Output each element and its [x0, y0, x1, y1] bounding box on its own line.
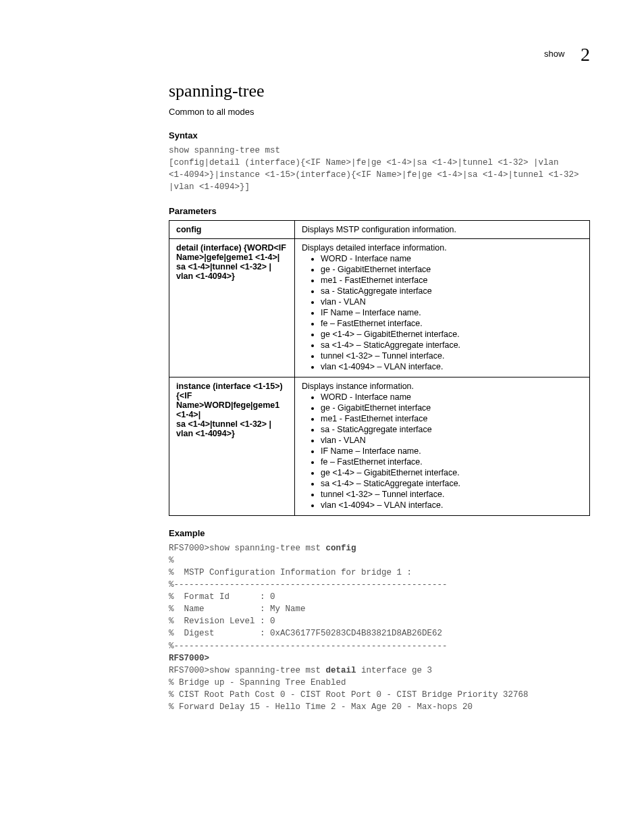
header-label: show — [544, 49, 564, 59]
param-name: detail (interface) {WORD<IF Name>|gefe|g… — [169, 238, 295, 377]
list-item: vlan - VLAN — [321, 436, 583, 445]
param-intro: Displays detailed interface information. — [302, 243, 447, 253]
list-item: WORD - Interface name — [321, 254, 583, 263]
example-line: RFS7000>show spanning-tree mst detail in… — [169, 664, 590, 677]
example-line: % Format Id : 0 — [169, 591, 590, 603]
list-item: me1 - FastEthernet interface — [321, 414, 583, 423]
example-line: % Name : My Name — [169, 603, 590, 615]
example-text: RFS7000>show spanning-tree mst — [169, 544, 326, 553]
example-heading: Example — [169, 528, 590, 538]
example-bold: config — [326, 544, 356, 553]
list-item: ge <1-4> – GigabitEthernet interface. — [321, 468, 583, 477]
list-item: sa - StaticAggregate interface — [321, 286, 583, 296]
table-row: config Displays MSTP configuration infor… — [169, 220, 590, 238]
table-row: instance (interface <1-15>) {<IF Name>WO… — [169, 377, 590, 515]
example-line: % Forward Delay 15 - Hello Time 2 - Max … — [169, 701, 590, 713]
example-line: RFS7000> — [169, 652, 590, 664]
example-line: % Digest : 0xAC36177F50283CD4B83821D8AB2… — [169, 627, 590, 640]
example-text: interface ge 3 — [356, 666, 433, 675]
example-line: % — [169, 554, 590, 567]
param-intro: Displays instance information. — [302, 382, 414, 391]
list-item: tunnel <1-32> – Tunnel interface. — [321, 351, 583, 361]
example-line: % Revision Level : 0 — [169, 615, 590, 627]
example-text: RFS7000>show spanning-tree mst — [169, 666, 326, 675]
list-item: fe – FastEthernet interface. — [321, 457, 583, 467]
list-item: IF Name – Interface name. — [321, 446, 583, 456]
param-intro: Displays MSTP configuration information. — [302, 225, 456, 234]
example-line: RFS7000>show spanning-tree mst config — [169, 542, 590, 554]
list-item: ge <1-4> – GigabitEthernet interface. — [321, 330, 583, 339]
list-item: vlan <1-4094> – VLAN interface. — [321, 500, 583, 510]
param-desc: Displays detailed interface information.… — [295, 238, 590, 377]
example-line: % Bridge up - Spanning Tree Enabled — [169, 677, 590, 689]
list-item: ge - GigabitEthernet interface — [321, 265, 583, 274]
list-item: sa - StaticAggregate interface — [321, 425, 583, 434]
list-item: fe – FastEthernet interface. — [321, 319, 583, 328]
param-bullets: WORD - Interface name ge - GigabitEthern… — [302, 392, 583, 510]
list-item: WORD - Interface name — [321, 392, 583, 402]
syntax-code: show spanning-tree mst [config|detail (i… — [169, 145, 590, 194]
page-title: spanning-tree — [169, 81, 590, 101]
list-item: me1 - FastEthernet interface — [321, 276, 583, 285]
subtitle: Common to all modes — [169, 107, 590, 117]
list-item: vlan - VLAN — [321, 297, 583, 307]
list-item: IF Name – Interface name. — [321, 308, 583, 317]
example-bold: detail — [326, 666, 356, 675]
example-line: % CIST Root Path Cost 0 - CIST Root Port… — [169, 689, 590, 701]
example-block: RFS7000>show spanning-tree mst config % … — [169, 542, 590, 714]
table-row: detail (interface) {WORD<IF Name>|gefe|g… — [169, 238, 590, 377]
parameters-heading: Parameters — [169, 206, 590, 216]
list-item: sa <1-4> – StaticAggregate interface. — [321, 340, 583, 350]
param-desc: Displays instance information. WORD - In… — [295, 377, 590, 515]
chapter-number: 2 — [581, 44, 590, 65]
list-item: ge - GigabitEthernet interface — [321, 403, 583, 413]
list-item: vlan <1-4094> – VLAN interface. — [321, 362, 583, 371]
list-item: sa <1-4> – StaticAggregate interface. — [321, 479, 583, 488]
parameters-table: config Displays MSTP configuration infor… — [169, 220, 590, 516]
page-header: show 2 — [544, 44, 590, 66]
param-bullets: WORD - Interface name ge - GigabitEthern… — [302, 254, 583, 371]
example-line: %---------------------------------------… — [169, 640, 590, 652]
param-desc: Displays MSTP configuration information. — [295, 220, 590, 238]
list-item: tunnel <1-32> – Tunnel interface. — [321, 490, 583, 499]
param-name: config — [169, 220, 295, 238]
syntax-heading: Syntax — [169, 130, 590, 140]
example-line: %---------------------------------------… — [169, 579, 590, 591]
example-line: % MSTP Configuration Information for bri… — [169, 567, 590, 579]
param-name: instance (interface <1-15>) {<IF Name>WO… — [169, 377, 295, 515]
